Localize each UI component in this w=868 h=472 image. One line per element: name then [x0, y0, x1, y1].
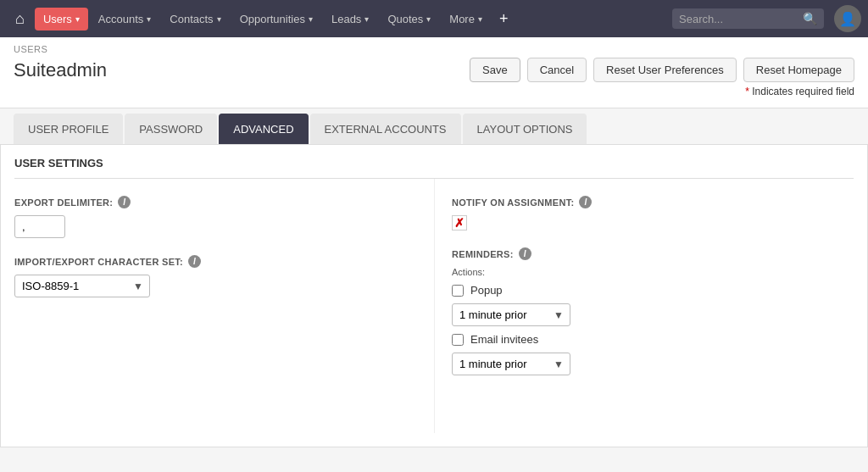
- notify-label: NOTIFY ON ASSIGNMENT: i: [452, 196, 837, 208]
- charset-select[interactable]: ISO-8859-1 UTF-8 UTF-16: [14, 275, 150, 297]
- chevron-down-icon: ▾: [478, 14, 482, 24]
- search-box: 🔍: [672, 8, 824, 29]
- chevron-down-icon: ▾: [426, 14, 431, 24]
- nav-label-accounts: Accounts: [98, 13, 143, 25]
- search-icon: 🔍: [803, 12, 817, 25]
- notify-info-icon[interactable]: i: [579, 196, 592, 208]
- nav-item-accounts[interactable]: Accounts ▾: [90, 8, 159, 31]
- nav-item-more[interactable]: More ▾: [441, 8, 491, 31]
- reminders-info-icon[interactable]: i: [519, 247, 531, 260]
- save-button[interactable]: Save: [470, 58, 520, 82]
- tab-external-accounts[interactable]: EXTERNAL ACCOUNTS: [310, 114, 461, 144]
- chevron-down-icon: ▾: [309, 14, 313, 24]
- popup-checkbox[interactable]: [452, 285, 464, 297]
- home-button[interactable]: ⌂: [7, 5, 33, 33]
- page-title-row: Suiteadmin Save Cancel Reset User Prefer…: [14, 58, 854, 82]
- export-delimiter-group: EXPORT DELIMITER: i: [14, 196, 417, 238]
- notify-checkbox[interactable]: ✗: [452, 215, 467, 230]
- email-timing-select-wrapper: 1 minute prior 5 minutes prior 10 minute…: [452, 353, 570, 375]
- right-column: NOTIFY ON ASSIGNMENT: i ✗ REMINDERS: i A…: [434, 179, 854, 433]
- required-note: * Indicates required field: [14, 82, 854, 97]
- add-button[interactable]: +: [492, 7, 515, 31]
- actions-label: Actions:: [452, 267, 837, 277]
- nav-label-quotes: Quotes: [387, 13, 423, 25]
- email-timing-row: 1 minute prior 5 minutes prior 10 minute…: [452, 353, 837, 375]
- email-invitees-checkbox[interactable]: [452, 334, 464, 346]
- page-title: Suiteadmin: [14, 59, 107, 81]
- navbar: ⌂ Users ▾ Accounts ▾ Contacts ▾ Opportun…: [0, 0, 868, 37]
- avatar[interactable]: 👤: [834, 5, 861, 32]
- reset-homepage-button[interactable]: Reset Homepage: [743, 58, 854, 82]
- email-timing-select[interactable]: 1 minute prior 5 minutes prior 10 minute…: [452, 353, 570, 375]
- export-delimiter-label: EXPORT DELIMITER: i: [14, 196, 417, 208]
- reset-preferences-button[interactable]: Reset User Preferences: [593, 58, 737, 82]
- nav-label-users: Users: [43, 13, 72, 25]
- left-column: EXPORT DELIMITER: i IMPORT/EXPORT CHARAC…: [14, 179, 434, 433]
- page-header: USERS Suiteadmin Save Cancel Reset User …: [0, 37, 868, 108]
- nav-item-leads[interactable]: Leads ▾: [323, 8, 377, 31]
- tab-layout-options[interactable]: LAYOUT OPTIONS: [463, 114, 587, 144]
- reminders-label: REMINDERS: i: [452, 247, 837, 260]
- email-invitees-row: Email invitees: [452, 333, 837, 346]
- nav-label-leads: Leads: [331, 13, 361, 25]
- charset-group: IMPORT/EXPORT CHARACTER SET: i ISO-8859-…: [14, 255, 417, 297]
- popup-timing-select-wrapper: 1 minute prior 5 minutes prior 10 minute…: [452, 303, 570, 326]
- tabs-bar: USER PROFILE PASSWORD ADVANCED EXTERNAL …: [0, 108, 868, 145]
- email-invitees-label: Email invitees: [470, 333, 538, 346]
- popup-row: Popup: [452, 284, 837, 297]
- nav-label-opportunities: Opportunities: [240, 13, 305, 25]
- tab-advanced[interactable]: ADVANCED: [219, 114, 308, 144]
- chevron-down-icon: ▾: [147, 14, 151, 24]
- export-delimiter-info-icon[interactable]: i: [118, 196, 131, 208]
- tab-password[interactable]: PASSWORD: [125, 114, 217, 144]
- export-delimiter-input[interactable]: [14, 215, 65, 238]
- settings-grid: EXPORT DELIMITER: i IMPORT/EXPORT CHARAC…: [14, 179, 854, 433]
- nav-label-contacts: Contacts: [170, 13, 213, 25]
- nav-label-more: More: [449, 13, 475, 25]
- charset-info-icon[interactable]: i: [188, 255, 201, 268]
- cancel-button[interactable]: Cancel: [527, 58, 587, 82]
- reminders-group: REMINDERS: i Actions: Popup 1 minute pri…: [452, 247, 837, 375]
- nav-item-opportunities[interactable]: Opportunities ▾: [231, 8, 321, 31]
- nav-item-users[interactable]: Users ▾: [35, 8, 88, 31]
- header-actions: Save Cancel Reset User Preferences Reset…: [470, 58, 854, 82]
- charset-label: IMPORT/EXPORT CHARACTER SET: i: [14, 255, 417, 268]
- charset-select-wrapper: ISO-8859-1 UTF-8 UTF-16 ▼: [14, 275, 150, 297]
- popup-timing-select[interactable]: 1 minute prior 5 minutes prior 10 minute…: [452, 303, 570, 326]
- chevron-down-icon: ▾: [364, 14, 369, 24]
- section-title: USER SETTINGS: [14, 145, 854, 179]
- popup-timing-row: 1 minute prior 5 minutes prior 10 minute…: [452, 303, 837, 326]
- popup-label: Popup: [470, 284, 503, 297]
- breadcrumb: USERS: [14, 44, 854, 54]
- nav-item-quotes[interactable]: Quotes ▾: [379, 8, 439, 31]
- search-input[interactable]: [679, 13, 798, 25]
- notify-group: NOTIFY ON ASSIGNMENT: i ✗: [452, 196, 837, 230]
- avatar-icon: 👤: [839, 11, 856, 27]
- main-content: USER SETTINGS EXPORT DELIMITER: i IMPORT…: [0, 145, 868, 447]
- tab-user-profile[interactable]: USER PROFILE: [14, 114, 123, 144]
- chevron-down-icon: ▾: [217, 14, 221, 24]
- nav-item-contacts[interactable]: Contacts ▾: [161, 8, 229, 31]
- chevron-down-icon: ▾: [75, 14, 80, 24]
